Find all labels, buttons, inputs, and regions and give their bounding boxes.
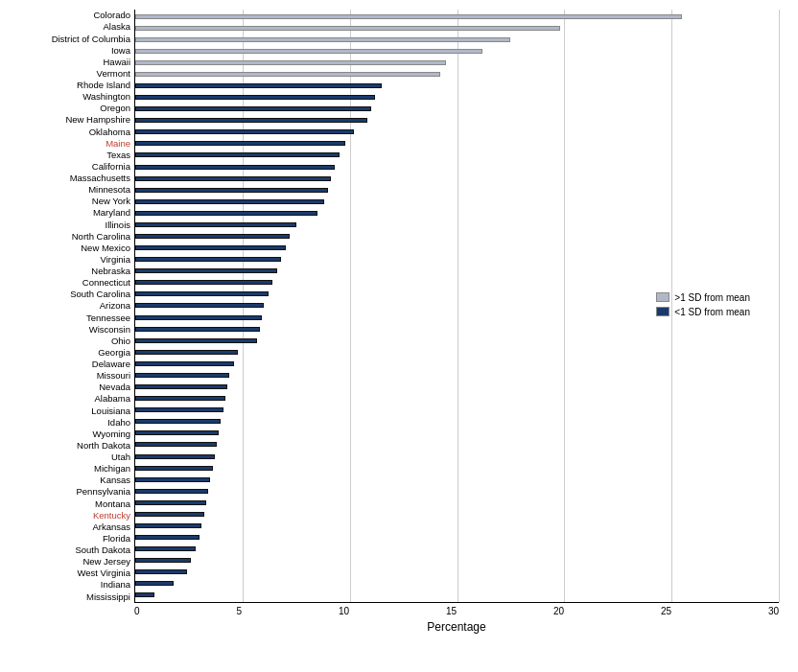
bar-row <box>135 485 779 497</box>
bar <box>135 466 213 471</box>
legend-label: <1 SD from mean <box>674 307 750 317</box>
bar-row <box>135 335 779 346</box>
x-tick: 0 <box>134 606 140 616</box>
bar <box>135 303 264 308</box>
bar <box>135 442 217 447</box>
bar <box>135 512 204 517</box>
y-label: Kentucky <box>10 511 130 521</box>
bar <box>135 211 317 216</box>
x-tick: 25 <box>661 606 671 616</box>
x-tick: 10 <box>339 606 349 616</box>
bar <box>135 454 215 459</box>
y-label: Delaware <box>10 359 130 369</box>
y-label: West Virginia <box>10 568 130 578</box>
y-label: Wisconsin <box>10 325 130 335</box>
y-label: Oklahoma <box>10 127 130 137</box>
y-label: Alaska <box>10 22 130 32</box>
legend-label: >1 SD from mean <box>674 292 750 303</box>
bar-row <box>135 520 779 531</box>
bar-row <box>135 323 779 335</box>
y-label: Wyoming <box>10 429 130 439</box>
bar-row <box>135 104 779 115</box>
y-label: New Hampshire <box>10 115 130 125</box>
x-tick: 5 <box>236 606 242 616</box>
bar <box>135 83 382 88</box>
bar-row <box>135 68 779 80</box>
bar-row <box>135 207 779 219</box>
y-label: Colorado <box>10 11 130 20</box>
y-label: Virginia <box>10 255 130 265</box>
bar-row <box>135 567 779 578</box>
bar-row <box>135 254 779 266</box>
y-label: Mississippi <box>10 592 130 602</box>
bar <box>135 430 219 435</box>
y-label: New Jersey <box>10 557 130 567</box>
bar <box>135 489 208 494</box>
y-label: Nebraska <box>10 266 130 276</box>
bar-row <box>135 474 779 485</box>
bar-row <box>135 382 779 393</box>
y-label: Utah <box>10 452 130 462</box>
y-label: Ohio <box>10 336 130 346</box>
y-label: Oregon <box>10 104 130 113</box>
bar-row <box>135 161 779 173</box>
bar <box>135 535 200 540</box>
bar <box>135 222 296 227</box>
y-label: Tennessee <box>10 313 130 323</box>
bar-row <box>135 243 779 254</box>
chart-container: ColoradoAlaskaDistrict of ColumbiaIowaHa… <box>0 0 798 672</box>
legend-item: <1 SD from mean <box>656 307 750 317</box>
bar <box>135 581 174 586</box>
bar <box>135 199 324 204</box>
bar-row <box>135 230 779 242</box>
bar <box>135 477 210 482</box>
bar-row <box>135 508 779 520</box>
bar-row <box>135 173 779 184</box>
y-label: Hawaii <box>10 58 130 67</box>
y-label: Connecticut <box>10 278 130 288</box>
x-axis-ticks: 051015202530 <box>134 603 779 616</box>
bar-row <box>135 22 779 34</box>
y-label: Minnesota <box>10 185 130 195</box>
bar <box>135 141 345 146</box>
y-label: Idaho <box>10 418 130 428</box>
y-label: Nevada <box>10 382 130 392</box>
legend-box <box>656 307 669 316</box>
bar-row <box>135 346 779 358</box>
bar-row <box>135 393 779 405</box>
bar <box>135 315 262 320</box>
bar-row <box>135 497 779 508</box>
bar-row <box>135 544 779 555</box>
bar <box>135 338 257 343</box>
bar <box>135 373 229 378</box>
y-label: Iowa <box>10 46 130 56</box>
bar <box>135 165 335 170</box>
bar <box>135 592 154 597</box>
bar <box>135 546 196 551</box>
bar-row <box>135 196 779 207</box>
bar <box>135 26 560 31</box>
chart-area: ColoradoAlaskaDistrict of ColumbiaIowaHa… <box>10 10 779 603</box>
y-label: South Dakota <box>10 545 130 555</box>
bar-row <box>135 555 779 567</box>
bar <box>135 152 340 157</box>
y-label: North Dakota <box>10 441 130 451</box>
y-label: Massachusetts <box>10 174 130 183</box>
bar-row <box>135 11 779 22</box>
bar-row <box>135 462 779 474</box>
bar <box>135 419 221 424</box>
bar-row <box>135 277 779 289</box>
x-tick: 20 <box>553 606 564 616</box>
bar-row <box>135 369 779 381</box>
y-label: Florida <box>10 534 130 544</box>
y-label: District of Columbia <box>10 35 130 44</box>
bar <box>135 60 446 65</box>
y-label: Texas <box>10 151 130 160</box>
y-label: California <box>10 162 130 172</box>
bar <box>135 558 191 563</box>
y-label: Arizona <box>10 301 130 311</box>
bar <box>135 268 277 273</box>
y-label: Missouri <box>10 371 130 381</box>
bar <box>135 350 238 355</box>
y-label: South Carolina <box>10 290 130 299</box>
